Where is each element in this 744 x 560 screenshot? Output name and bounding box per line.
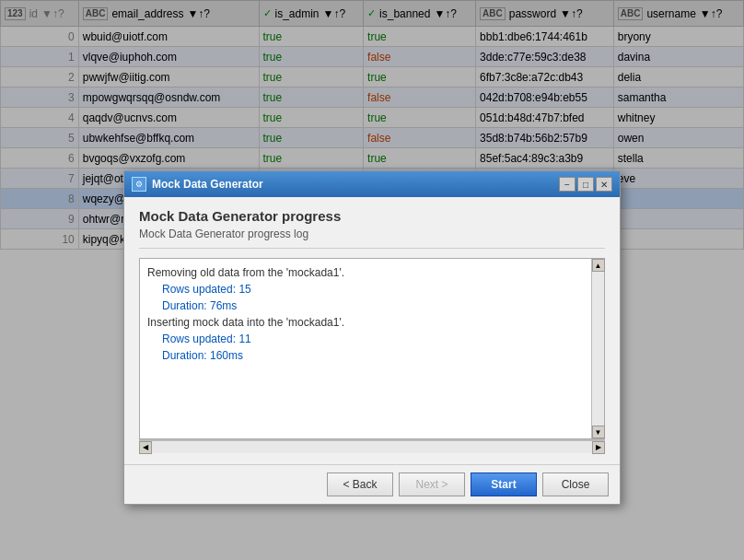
scroll-track [592, 272, 604, 426]
scroll-right-arrow[interactable]: ▶ [592, 441, 605, 454]
log-line: Removing old data from the 'mockada1'. [147, 264, 584, 281]
modal-subheading: Mock Data Generator progress log [139, 228, 605, 249]
minimize-button[interactable]: − [559, 177, 575, 192]
log-line: Duration: 76ms [147, 298, 584, 314]
scroll-h-track [152, 441, 592, 453]
modal-body: Mock Data Generator progress Mock Data G… [124, 197, 620, 464]
modal-heading: Mock Data Generator progress [139, 208, 605, 224]
log-line: Rows updated: 11 [147, 331, 584, 347]
scroll-left-arrow[interactable]: ◀ [139, 441, 152, 454]
log-scrollbar-horizontal[interactable]: ◀ ▶ [139, 440, 605, 453]
maximize-button[interactable]: □ [577, 177, 594, 192]
scroll-down-arrow[interactable]: ▼ [592, 426, 605, 438]
log-line: Rows updated: 15 [147, 281, 584, 298]
log-line: Inserting mock data into the 'mockada1'. [147, 314, 584, 331]
start-button[interactable]: Start [471, 472, 537, 496]
back-button[interactable]: < Back [327, 472, 393, 496]
modal-titlebar: ⚙ Mock Data Generator − □ ✕ [124, 171, 620, 197]
modal-footer: < Back Next > Start Close [124, 464, 620, 504]
titlebar-close-button[interactable]: ✕ [596, 177, 612, 192]
modal-dialog: ⚙ Mock Data Generator − □ ✕ Mock Data Ge… [123, 170, 621, 505]
close-button[interactable]: Close [542, 472, 609, 496]
log-line: Duration: 160ms [147, 347, 584, 364]
log-area: Removing old data from the 'mockada1'.Ro… [140, 259, 591, 438]
log-scrollbar-horizontal-wrapper: ◀ ▶ [139, 439, 605, 453]
titlebar-controls: − □ ✕ [559, 177, 612, 192]
modal-icon: ⚙ [132, 177, 146, 192]
next-button[interactable]: Next > [399, 472, 465, 496]
modal-overlay: ⚙ Mock Data Generator − □ ✕ Mock Data Ge… [0, 0, 744, 560]
modal-title: Mock Data Generator [152, 178, 263, 191]
scroll-up-arrow[interactable]: ▲ [592, 259, 605, 272]
log-scrollbar-vertical[interactable]: ▲ ▼ [591, 259, 604, 438]
log-container: Removing old data from the 'mockada1'.Ro… [139, 258, 605, 439]
